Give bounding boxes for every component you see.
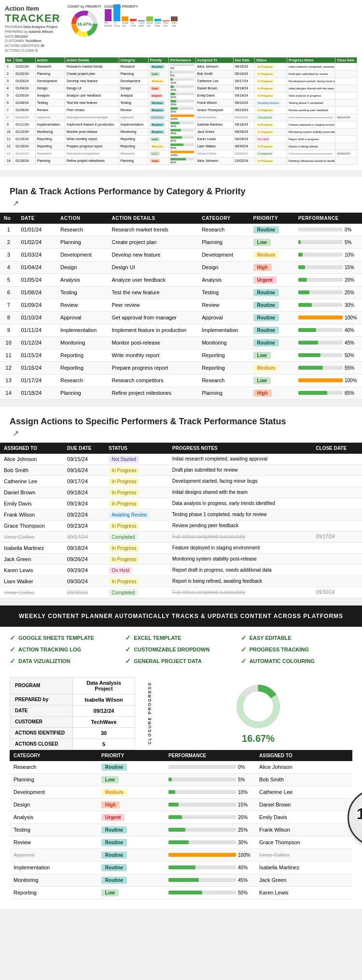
list-item: Umar Collins — [0, 531, 63, 542]
list-item: Frank Wilson — [0, 509, 63, 520]
feature-item: ✓PROGRESS TRACKING — [241, 646, 352, 653]
info-label-identified: ACTIONS IDENTIFIED — [10, 727, 73, 738]
info-value-customer: TechWave — [73, 716, 135, 727]
col-date: DATE — [17, 213, 56, 224]
svg-text:16.47%: 16.47% — [77, 22, 92, 27]
check-icon: ✓ — [241, 634, 247, 642]
mini-spreadsheet-table: No Date Action Action Details Category P… — [5, 57, 357, 165]
bottom-section: CATEGORY PRIORITY PERFORMANCE ASSIGNED T… — [0, 750, 362, 909]
check-icon: ✓ — [125, 646, 131, 653]
feature-label: AUTOMATIC COLOURING — [250, 658, 315, 664]
col-no: No — [0, 213, 17, 224]
feature-item: ✓CUSTOMIZABLE DROPDOWN — [125, 646, 237, 653]
feature-label: ACTION TRACKING LOG — [18, 647, 81, 652]
table-row: 13 — [0, 374, 17, 387]
feature-item: ✓GOOGLE SHEETS TEMPLATE — [10, 634, 121, 642]
info-value-prepared: Isabella Wilson — [73, 694, 135, 705]
donut-section: 16.67% — [164, 677, 352, 750]
list-item: Alice Johnson — [0, 454, 63, 465]
dark-banner: WEEKLY CONTENT PLANNER AUTOMATICALLY TRA… — [0, 605, 362, 627]
bt-col-priority: PRIORITY — [97, 750, 165, 761]
feature-item: ✓DATA VIZUALIZTION — [10, 657, 121, 665]
table-row: Testing — [10, 823, 97, 836]
info-label-date: DATE — [10, 705, 73, 716]
list-item: Grace Thompson — [0, 520, 63, 531]
list-item: Catherine Lee — [0, 476, 63, 487]
spreadsheet-preview: Action Item TRACKER PROGRAM Data Analysi… — [0, 0, 362, 170]
table-row: 2 — [0, 236, 17, 248]
feature-item: ✓ACTION TRACKING LOG — [10, 646, 121, 653]
table-row: Analysis — [10, 811, 97, 823]
bt-col-category: CATEGORY — [10, 750, 97, 761]
list-item: Isabella Martinez — [0, 542, 63, 553]
list-item: Liam Walker — [0, 576, 63, 587]
gap3 — [0, 598, 362, 605]
app-title-top: Action Item — [5, 5, 63, 12]
feature-item: ✓EASY EDITABLE — [241, 634, 352, 642]
info-label-prepared: PREPARED by — [10, 694, 73, 705]
table-row: Implementation — [10, 861, 97, 874]
info-table: PROGRAMData Analysis Project PREPARED by… — [10, 677, 135, 750]
tracker-subtitle: PROGRAM Data Analysis Project PREPARED b… — [5, 25, 63, 53]
section3-title: Assign Actions to Specific Performers & … — [10, 417, 352, 427]
col-notes: PROGRESS NOTES — [168, 443, 312, 454]
check-icon: ✓ — [10, 657, 15, 665]
info-value-program: Data Analysis Project — [73, 677, 135, 694]
table-row: 14 — [0, 387, 17, 399]
feature-label: CUSTOMIZABLE DROPDOWN — [134, 647, 209, 652]
col-status: STATUS — [105, 443, 168, 454]
table-row: Approval — [10, 849, 97, 861]
table-row: 5 — [0, 274, 17, 286]
gap1 — [0, 170, 362, 177]
list-item: Karen Lewis — [0, 564, 63, 576]
arrow-icon: ↗ — [13, 199, 19, 208]
summary-section: PROGRAMData Analysis Project PREPARED by… — [0, 672, 362, 750]
app-title-main: TRACKER — [5, 12, 63, 25]
main-action-table: No DATE ACTION ACTION DETAILS CATEGORY P… — [0, 213, 362, 400]
bt-col-performance: PERFORMANCE — [165, 750, 255, 761]
feature-label: DATA VIZUALIZTION — [18, 658, 70, 664]
check-icon: ✓ — [125, 634, 131, 642]
col-category: CATEGORY — [198, 213, 249, 224]
feature-label: GOOGLE SHEETS TEMPLATE — [18, 635, 94, 641]
closure-progress-label: CLOSURE PROGRESS — [140, 677, 159, 750]
table-row: 6 — [0, 286, 17, 299]
list-item: Emily Davis — [0, 498, 63, 509]
list-item: Bob Smith — [0, 464, 63, 476]
col-closedate: CLOSE DATE — [312, 443, 362, 454]
features-grid: ✓GOOGLE SHEETS TEMPLATE✓EXCEL TEMPLATE✓E… — [10, 634, 352, 665]
check-icon: ✓ — [10, 634, 15, 642]
table-row: Monitoring — [10, 874, 97, 886]
section3-header: Assign Actions to Specific Performers & … — [0, 407, 362, 443]
table-row: 1 — [0, 224, 17, 236]
col-performance: PERFORMANCE — [294, 213, 362, 224]
info-label-closed: ACTIONS CLOSED — [10, 738, 73, 749]
table-row: 9 — [0, 324, 17, 336]
check-icon: ✓ — [125, 657, 131, 665]
table-row: 12 — [0, 361, 17, 374]
assign-table: ASSIGNED TO DUE DATE STATUS PROGRESS NOT… — [0, 443, 362, 598]
list-item: Daniel Brown — [0, 487, 63, 498]
closure-text: CLOSURE PROGRESS — [147, 682, 152, 745]
table-row: Design — [10, 798, 97, 811]
feature-label: PROGRESS TRACKING — [250, 647, 309, 652]
col-assigned: ASSIGNED TO — [0, 443, 63, 454]
info-label-program: PROGRAM — [10, 677, 73, 694]
table-row: 3 — [0, 248, 17, 261]
gap2 — [0, 400, 362, 407]
zoom-text: 100% — [357, 806, 362, 821]
feature-label: EASY EDITABLE — [250, 635, 292, 641]
section2-title: Plan & Track Actions Performance by Cate… — [10, 187, 352, 197]
info-label-customer: CUSTOMER — [10, 716, 73, 727]
feature-item: ✓GENERAL PROJECT DATA — [125, 657, 237, 665]
table-row: 11 — [0, 349, 17, 361]
table-row: 7 — [0, 299, 17, 311]
table-row: 4 — [0, 261, 17, 274]
bt-col-assigned: ASSIGNED TO — [255, 750, 352, 761]
feature-label: GENERAL PROJECT DATA — [134, 658, 202, 664]
feature-item: ✓AUTOMATIC COLOURING — [241, 657, 352, 665]
check-icon: ✓ — [10, 646, 15, 653]
check-icon: ✓ — [241, 646, 247, 653]
info-value-identified: 30 — [73, 727, 135, 738]
banner-text: WEEKLY CONTENT PLANNER AUTOMATICALLY TRA… — [19, 613, 343, 620]
